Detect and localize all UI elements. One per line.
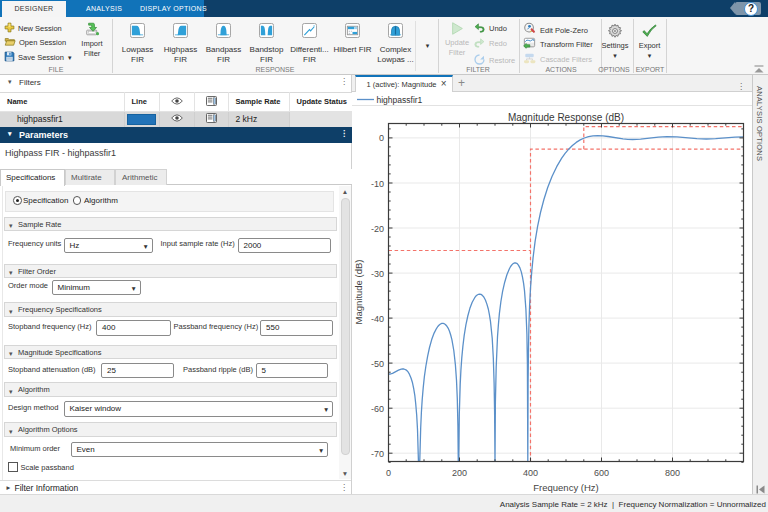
- svg-text:200: 200: [452, 468, 467, 478]
- svg-text:Magnitude (dB): Magnitude (dB): [353, 260, 364, 325]
- svg-text:-30: -30: [371, 269, 384, 279]
- svg-text:highpassfir1: highpassfir1: [377, 95, 423, 105]
- svg-text:-60: -60: [371, 404, 384, 414]
- svg-text:Frequency (Hz): Frequency (Hz): [533, 482, 598, 493]
- svg-text:-20: -20: [371, 224, 384, 234]
- svg-text:-50: -50: [371, 359, 384, 369]
- svg-text:-10: -10: [371, 179, 384, 189]
- svg-text:800: 800: [665, 468, 680, 478]
- svg-text:0: 0: [379, 133, 384, 143]
- svg-text:0: 0: [386, 468, 391, 478]
- svg-text:600: 600: [594, 468, 609, 478]
- svg-text:-70: -70: [371, 449, 384, 459]
- svg-text:-40: -40: [371, 314, 384, 324]
- svg-text:Magnitude Response (dB): Magnitude Response (dB): [508, 112, 624, 123]
- svg-text:400: 400: [523, 468, 538, 478]
